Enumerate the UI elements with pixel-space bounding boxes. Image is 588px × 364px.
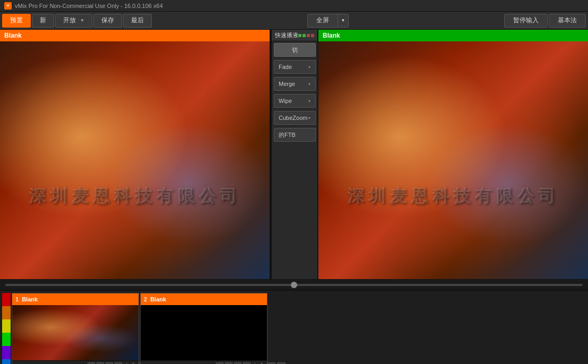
side-color-yellow[interactable] bbox=[2, 319, 11, 333]
dot-green bbox=[298, 34, 301, 37]
input-1-btn-1[interactable]: 1 bbox=[88, 362, 95, 365]
side-color-strip bbox=[2, 293, 11, 364]
preview-right-label: Blank bbox=[318, 30, 588, 41]
titlebar: V vMix Pro For Non-Commercial Use Only -… bbox=[0, 0, 588, 12]
input-card-2: 2 Blank Close Quick Play Cut Loop 1 2 3 … bbox=[140, 293, 267, 364]
dot-green2 bbox=[302, 34, 306, 37]
input-card-2-controls: Close Quick Play Cut Loop 1 2 3 4 Audio … bbox=[141, 360, 267, 364]
input-2-num-btns: 1 2 3 4 Audio ⬜ ⚙ bbox=[216, 362, 286, 365]
preview-right: Blank 深圳麦恩科技有限公司 bbox=[318, 30, 588, 279]
input-2-btn-1[interactable]: 1 bbox=[216, 362, 223, 365]
transition-dots bbox=[298, 34, 314, 37]
transition-slider-area bbox=[0, 279, 588, 290]
input-deck-empty bbox=[269, 293, 586, 364]
titlebar-title: vMix Pro For Non-Commercial Use Only - 1… bbox=[15, 3, 163, 9]
input-card-2-header: 2 Blank bbox=[141, 293, 267, 305]
input-1-btn-4[interactable]: 4 bbox=[115, 362, 122, 365]
wipe-arrow: ▼ bbox=[307, 99, 311, 103]
cubezoom-arrow: ▼ bbox=[307, 116, 311, 120]
fullscreen-group: 全屏 ▼ bbox=[307, 14, 349, 28]
side-color-red[interactable] bbox=[2, 293, 11, 306]
input-card-2-name: Blank bbox=[150, 296, 166, 302]
input-card-1-num: 1 bbox=[15, 296, 19, 302]
transition-content: 切 Fade ▼ Merge ▼ Wipe ▼ CubeZoom ▼ 的FTB bbox=[272, 41, 317, 279]
new-button[interactable]: 新 bbox=[32, 14, 54, 28]
dot-red bbox=[307, 34, 310, 37]
side-color-orange[interactable] bbox=[2, 306, 11, 319]
pause-input-button[interactable]: 暂停输入 bbox=[504, 14, 548, 28]
side-color-purple[interactable] bbox=[2, 346, 11, 359]
input-card-1-header: 1 Blank bbox=[12, 293, 139, 305]
transition-slider-thumb[interactable] bbox=[291, 282, 297, 288]
fullscreen-dropdown[interactable]: ▼ bbox=[338, 14, 349, 28]
side-color-green[interactable] bbox=[2, 333, 11, 346]
dot-red2 bbox=[311, 34, 314, 37]
input-1-btn-3[interactable]: 3 bbox=[106, 362, 113, 365]
save-button[interactable]: 保存 bbox=[93, 14, 122, 28]
input-card-1-name: Blank bbox=[22, 296, 38, 302]
fade-arrow: ▼ bbox=[307, 65, 311, 69]
wipe-button[interactable]: Wipe ▼ bbox=[274, 94, 316, 108]
preview-left: Blank 深圳麦恩科技有限公司 bbox=[0, 30, 271, 279]
input-card-1-thumb[interactable] bbox=[12, 305, 139, 360]
input-card-2-thumb[interactable] bbox=[141, 305, 267, 360]
input-1-btn-2[interactable]: 2 bbox=[97, 362, 104, 365]
toolbar: 预置 新 开放 ▼ 保存 最后 全屏 ▼ 暂停输入 基本法 bbox=[0, 12, 588, 30]
preview-right-watermark: 深圳麦恩科技有限公司 bbox=[347, 185, 559, 208]
preview-watermark: 深圳麦恩科技有限公司 bbox=[29, 185, 241, 208]
merge-button[interactable]: Merge ▼ bbox=[274, 77, 316, 91]
open-button[interactable]: 开放 ▼ bbox=[55, 14, 92, 28]
fullscreen-button[interactable]: 全屏 bbox=[307, 14, 338, 28]
input-card-2-video bbox=[141, 305, 267, 360]
preview-left-content: 深圳麦恩科技有限公司 bbox=[0, 41, 270, 279]
input-deck: 1 Blank Close Quick Play Cut Loop 1 2 3 … bbox=[0, 290, 588, 364]
cubezoom-button[interactable]: CubeZoom ▼ bbox=[274, 111, 316, 125]
transition-header: 快速播液 bbox=[272, 30, 317, 41]
preset-button[interactable]: 预置 bbox=[2, 14, 31, 28]
input-1-audio-label: Audio bbox=[125, 362, 137, 365]
app-icon: V bbox=[4, 2, 12, 10]
input-card-1: 1 Blank Close Quick Play Cut Loop 1 2 3 … bbox=[12, 293, 139, 364]
input-2-settings-icon[interactable]: ⚙ bbox=[277, 362, 286, 365]
transition-buttons: 切 Fade ▼ Merge ▼ Wipe ▼ CubeZoom ▼ 的FTB bbox=[272, 41, 318, 279]
input-2-audio-label: Audio bbox=[253, 362, 265, 365]
main-area: Blank 深圳麦恩科技有限公司 快速播液 切 Fade ▼ bbox=[0, 30, 588, 279]
cut-button[interactable]: 切 bbox=[274, 43, 316, 57]
side-color-blue[interactable] bbox=[2, 359, 11, 364]
input-card-2-num: 2 bbox=[144, 296, 147, 302]
open-dropdown-arrow: ▼ bbox=[80, 18, 84, 23]
input-2-btn-4[interactable]: 4 bbox=[243, 362, 250, 365]
merge-arrow: ▼ bbox=[307, 82, 311, 86]
preview-right-video: 深圳麦恩科技有限公司 bbox=[318, 41, 588, 279]
input-2-monitor-icon[interactable]: ⬜ bbox=[267, 362, 275, 365]
fade-button[interactable]: Fade ▼ bbox=[274, 60, 316, 74]
preview-left-video: 深圳麦恩科技有限公司 bbox=[0, 41, 270, 279]
ftb-button[interactable]: 的FTB bbox=[274, 128, 316, 142]
transition-panel: 快速播液 切 Fade ▼ Merge ▼ Wi bbox=[271, 30, 318, 279]
input-2-btn-2[interactable]: 2 bbox=[225, 362, 232, 365]
input-card-1-controls: Close Quick Play Cut Loop 1 2 3 4 Audio … bbox=[12, 360, 139, 364]
input-2-btn-3[interactable]: 3 bbox=[234, 362, 241, 365]
basic-method-button[interactable]: 基本法 bbox=[549, 14, 586, 28]
last-button[interactable]: 最后 bbox=[123, 14, 152, 28]
transition-slider-track[interactable] bbox=[5, 284, 583, 286]
input-card-1-video bbox=[12, 305, 139, 360]
preview-right-content: 深圳麦恩科技有限公司 bbox=[318, 41, 588, 279]
preview-left-label: Blank bbox=[0, 30, 270, 41]
quick-play-label: 快速播液 bbox=[275, 31, 298, 39]
